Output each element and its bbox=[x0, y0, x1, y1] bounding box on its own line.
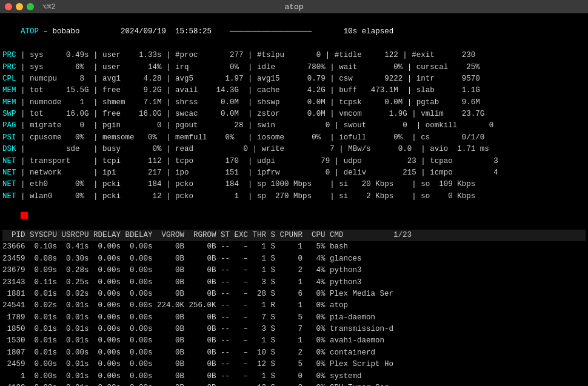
pid-row-4: 1881 0.01s 0.02s 0.00s 0.00s 0B 0B -- – … bbox=[2, 288, 586, 300]
stat-row-2: CPL | numcpu 8 | avg1 4.28 | avg5 1.97 |… bbox=[2, 73, 586, 85]
elapsed: 10s elapsed bbox=[344, 27, 394, 36]
maximize-button[interactable] bbox=[27, 3, 34, 10]
pid-row-5: 24541 0.02s 0.01s 0.00s 0.00s 224.0K 256… bbox=[2, 300, 586, 311]
separator-bar bbox=[2, 202, 586, 230]
pid-table-header: PID SYSCPU USRCPU RDELAY BDELAY VGROW RG… bbox=[2, 230, 586, 241]
stat-row-7: PSI | cpusome 0% | memsome 0% | memfull … bbox=[2, 132, 586, 144]
terminal-body: ATOP – bobabo 2024/09/19 15:58:25 ──────… bbox=[0, 13, 588, 386]
pid-row-9: 1807 0.01s 0.00s 0.00s 0.00s 0B 0B -- – … bbox=[2, 347, 586, 359]
date: 2024/09/19 15:58:25 bbox=[121, 27, 212, 36]
close-button[interactable] bbox=[5, 3, 12, 10]
pid-row-3: 23143 0.11s 0.25s 0.00s 0.00s 0B 0B -- –… bbox=[2, 277, 586, 288]
minimize-button[interactable] bbox=[16, 3, 23, 10]
stat-row-10: NET | network | ipi 217 | ipo 151 | ipfr… bbox=[2, 167, 586, 179]
pid-row-12: 4180 0.00s 0.01s 0.00s 0.00s 0B 0B -- – … bbox=[2, 382, 586, 386]
pid-row-8: 1530 0.01s 0.01s 0.00s 0.00s 0B 0B -- – … bbox=[2, 335, 586, 347]
stat-row-0: PRC | sys 0.49s | user 1.33s | #proc 277… bbox=[2, 50, 586, 61]
pid-row-0: 23666 0.10s 0.41s 0.00s 0.00s 0B 0B -- –… bbox=[2, 241, 586, 253]
atop-label: ATOP bbox=[21, 27, 39, 36]
stat-row-9: NET | transport | tcpi 112 | tcpo 170 | … bbox=[2, 156, 586, 167]
system-stats: PRC | sys 0.49s | user 1.33s | #proc 277… bbox=[2, 50, 586, 202]
pid-row-1: 23459 0.08s 0.30s 0.00s 0.00s 0B 0B -- –… bbox=[2, 253, 586, 265]
atop-header: ATOP – bobabo 2024/09/19 15:58:25 ──────… bbox=[2, 15, 586, 50]
stat-row-5: SWP | tot 16.0G | free 16.0G | swcac 0.0… bbox=[2, 108, 586, 120]
pid-row-2: 23679 0.09s 0.28s 0.00s 0.00s 0B 0B -- –… bbox=[2, 265, 586, 276]
stat-row-12: NET | wlan0 0% | pcki 12 | pcko 1 | sp 2… bbox=[2, 191, 586, 202]
stat-row-3: MEM | tot 15.5G | free 9.2G | avail 14.3… bbox=[2, 85, 586, 96]
window-controls bbox=[5, 3, 34, 10]
stat-row-11: NET | eth0 0% | pcki 184 | pcko 184 | sp… bbox=[2, 179, 586, 190]
stat-row-1: PRC | sys 6% | user 14% | irq 0% | idle … bbox=[2, 62, 586, 73]
pid-row-6: 1789 0.01s 0.01s 0.00s 0.00s 0B 0B -- – … bbox=[2, 312, 586, 324]
app-title: atop bbox=[284, 2, 303, 12]
terminal-cmd: ⌥⌘2 bbox=[42, 2, 56, 12]
pid-table-body: 23666 0.10s 0.41s 0.00s 0.00s 0B 0B -- –… bbox=[2, 241, 586, 386]
pid-row-10: 2459 0.00s 0.01s 0.00s 0.00s 0B 0B -- – … bbox=[2, 359, 586, 370]
stat-row-4: MEM | numnode 1 | shmem 7.1M | shrss 0.0… bbox=[2, 97, 586, 108]
pid-row-7: 1850 0.01s 0.01s 0.00s 0.00s 0B 0B -- – … bbox=[2, 324, 586, 335]
titlebar: ⌥⌘2 atop bbox=[0, 0, 588, 13]
stat-row-6: PAG | migrate 0 | pgin 0 | pgout 28 | sw… bbox=[2, 120, 586, 131]
pid-row-11: 1 0.00s 0.01s 0.00s 0.00s 0B 0B -- – 1 S… bbox=[2, 371, 586, 382]
hostname: bobabo bbox=[53, 27, 80, 36]
stat-row-8: DSK | sde | busy 0% | read 0 | write 7 |… bbox=[2, 144, 586, 155]
